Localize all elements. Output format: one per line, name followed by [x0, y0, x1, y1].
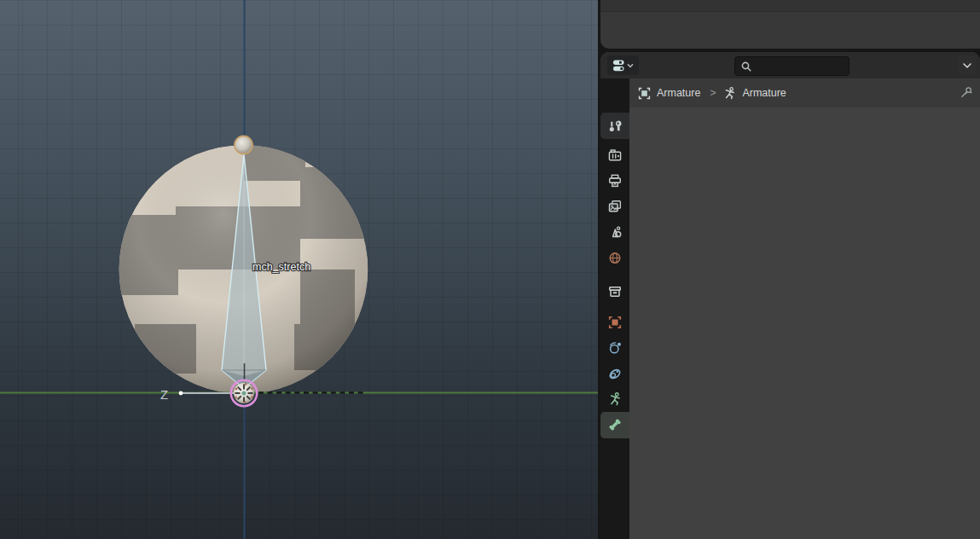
- images-stack-icon: [607, 199, 623, 214]
- physics-icon: [607, 340, 623, 356]
- tab-world[interactable]: [600, 245, 629, 271]
- chevron-down-icon: [627, 63, 634, 68]
- armature-icon: [722, 86, 737, 101]
- properties-editor-icon: [612, 59, 625, 72]
- bone-icon: [607, 417, 623, 432]
- tab-scene[interactable]: [600, 219, 629, 246]
- outliner-row-divider: [600, 0, 980, 12]
- globe-icon: [607, 250, 623, 265]
- properties-tab-strip: [600, 78, 629, 539]
- printer-icon: [607, 173, 623, 188]
- bone-root-widget[interactable]: [231, 380, 257, 406]
- constraint-icon: [607, 366, 623, 381]
- editor-type-dropdown[interactable]: [607, 55, 639, 75]
- tab-output[interactable]: [600, 168, 629, 194]
- armature-icon: [607, 391, 623, 407]
- tab-object[interactable]: [600, 310, 629, 336]
- scene-icon: [607, 224, 623, 240]
- origin-center-dot: [241, 391, 246, 396]
- tool-icon: [607, 119, 623, 134]
- viewport-3d[interactable]: mch_stretch Z: [0, 0, 598, 539]
- header-collapse-dropdown[interactable]: [957, 55, 977, 75]
- properties-body: [629, 107, 980, 539]
- tab-bone[interactable]: [600, 412, 629, 438]
- viewport-scene: mch_stretch Z: [0, 0, 598, 539]
- tab-object-constraints[interactable]: [600, 361, 629, 387]
- search-field[interactable]: [734, 56, 850, 76]
- z-axis-label: Z: [160, 387, 168, 402]
- bone-label: mch_stretch: [252, 261, 310, 273]
- blender-window: mch_stretch Z: [0, 0, 980, 539]
- bone-tip-ball[interactable]: [235, 136, 252, 154]
- breadcrumb-data-label[interactable]: Armature: [742, 87, 786, 99]
- tab-object-data-armature[interactable]: [600, 386, 629, 413]
- object-brackets-icon: [607, 315, 623, 330]
- chevron-down-icon: [962, 62, 972, 69]
- properties-editor: Armature > Armature: [600, 52, 980, 539]
- pin-icon: [959, 85, 974, 101]
- tab-tool[interactable]: [600, 113, 629, 139]
- tab-physics[interactable]: [600, 335, 629, 362]
- search-input[interactable]: [755, 60, 844, 73]
- object-icon: [637, 86, 652, 101]
- breadcrumb: Armature > Armature: [629, 78, 980, 107]
- breadcrumb-object-label[interactable]: Armature: [657, 87, 700, 99]
- search-icon: [740, 61, 752, 72]
- tab-collection[interactable]: [600, 279, 629, 305]
- camera-back-icon: [607, 148, 623, 163]
- pin-toggle[interactable]: [959, 85, 974, 101]
- breadcrumb-separator: >: [710, 87, 716, 99]
- tab-view-layer[interactable]: [600, 194, 629, 220]
- properties-header: [600, 52, 980, 78]
- outliner-bottom-region: [600, 0, 980, 49]
- collection-box-icon: [607, 284, 623, 299]
- tab-render[interactable]: [600, 142, 629, 169]
